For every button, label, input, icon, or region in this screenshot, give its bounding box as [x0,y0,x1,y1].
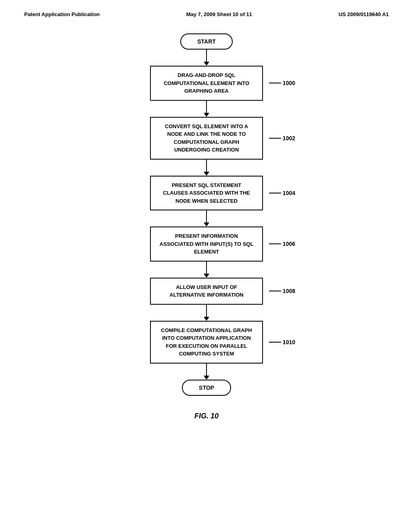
arrow-4 [204,262,209,278]
step-label-1002: 1002 [269,135,295,141]
step-label-1006: 1006 [269,241,295,247]
step-row-1010: COMPILE COMPUTATIONAL GRAPH INTO COMPUTA… [150,321,263,364]
arrow-line [206,305,207,317]
arrow-head [204,317,209,321]
arrow-head [204,376,209,380]
arrow-line [206,50,207,62]
arrow-head [204,172,209,176]
page-header: Patent Application Publication May 7, 20… [0,0,413,21]
flowchart: START DRAG-AND-DROP SQL COMPUTATIONAL EL… [86,33,327,396]
arrow-line [206,210,207,222]
arrow-line [206,160,207,172]
figure-caption: FIG. 10 [194,412,219,420]
arrow-line [206,101,207,113]
label-line [269,138,281,139]
stop-node: STOP [182,380,231,396]
arrow-1 [204,101,209,117]
start-node: START [180,33,233,50]
step-row-1006: PRESENT INFORMATION ASSOCIATED WITH INPU… [150,227,263,262]
start-pill: START [180,33,233,50]
label-line [269,193,281,193]
step-box-1004: PRESENT SQL STATEMENT CLAUSES ASSOCIATED… [150,176,263,211]
step-box-1002: CONVERT SQL ELEMENT INTO A NODE AND LINK… [150,117,263,160]
label-line [269,243,281,244]
header-right: US 2009/0119640 A1 [338,11,389,17]
step-row-1000: DRAG-AND-DROP SQL COMPUTATIONAL ELEMENT … [150,66,263,101]
arrow-head [204,62,209,66]
arrow-line [206,262,207,274]
step-label-1010: 1010 [269,339,295,345]
label-line [269,83,281,83]
arrow-head [204,222,209,227]
step-label-1004: 1004 [269,190,295,196]
arrow-head [204,274,209,278]
label-line [269,342,281,343]
header-left: Patent Application Publication [24,11,100,17]
step-label-1000: 1000 [269,80,295,86]
arrow-3 [204,210,209,227]
step-box-1006: PRESENT INFORMATION ASSOCIATED WITH INPU… [150,227,263,262]
arrow-6 [204,364,209,380]
step-box-1000: DRAG-AND-DROP SQL COMPUTATIONAL ELEMENT … [150,66,263,101]
header-middle: May 7, 2009 Sheet 10 of 11 [186,11,252,17]
arrow-0 [204,50,209,66]
stop-pill: STOP [182,380,231,396]
arrow-head [204,113,209,117]
step-row-1008: ALLOW USER INPUT OF ALTERNATIVE INFORMAT… [150,278,263,305]
diagram-area: START DRAG-AND-DROP SQL COMPUTATIONAL EL… [0,21,413,420]
arrow-5 [204,305,209,321]
arrow-line [206,364,207,376]
label-line [269,291,281,291]
step-row-1004: PRESENT SQL STATEMENT CLAUSES ASSOCIATED… [150,176,263,211]
step-label-1008: 1008 [269,288,295,294]
step-box-1010: COMPILE COMPUTATIONAL GRAPH INTO COMPUTA… [150,321,263,364]
step-box-1008: ALLOW USER INPUT OF ALTERNATIVE INFORMAT… [150,278,263,305]
arrow-2 [204,160,209,176]
step-row-1002: CONVERT SQL ELEMENT INTO A NODE AND LINK… [150,117,263,160]
